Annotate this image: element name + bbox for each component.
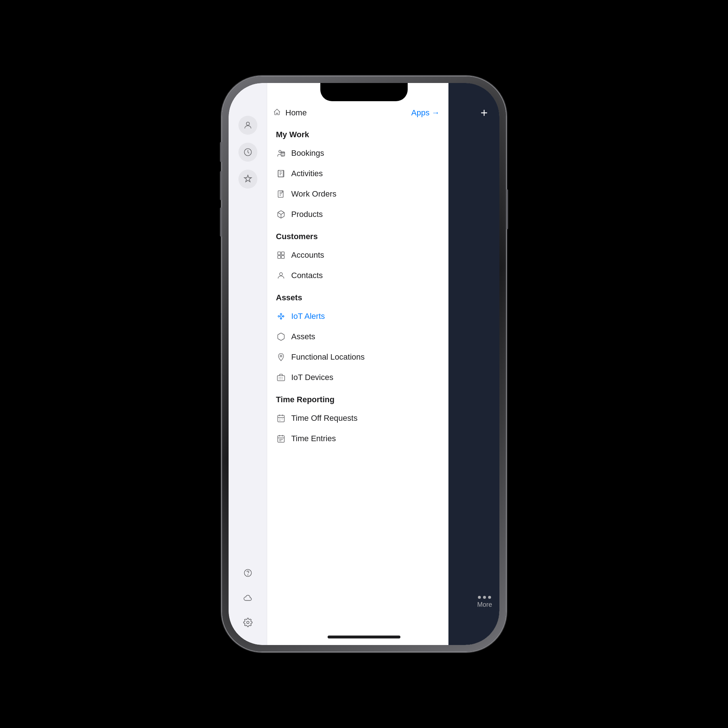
nav-item-activities[interactable]: Activities [267,164,448,184]
nav-item-accounts[interactable]: Accounts [267,245,448,265]
nav-item-iot-alerts[interactable]: IoT Alerts [267,306,448,327]
svg-point-4 [246,621,249,624]
svg-point-17 [278,316,280,317]
functional-locations-icon [276,352,286,362]
iot-devices-icon [276,372,286,382]
notch [320,83,408,101]
svg-point-6 [283,153,283,153]
settings-icon[interactable] [239,613,257,632]
silent-switch [220,142,222,162]
functional-locations-label: Functional Locations [291,352,365,362]
home-row[interactable]: Home Apps → [267,103,448,123]
svg-point-0 [246,122,249,125]
contacts-label: Contacts [291,271,323,280]
home-indicator[interactable] [327,636,401,638]
sidebar [229,83,267,645]
nav-item-time-entries[interactable]: Time Entries [267,428,448,449]
section-customers: Customers [267,225,448,245]
svg-point-18 [280,314,282,315]
svg-rect-13 [281,252,284,255]
iot-alerts-icon [276,311,286,321]
volume-down-button [220,208,222,237]
svg-point-8 [281,153,282,153]
contacts-icon [276,271,286,281]
svg-point-5 [279,150,281,153]
activities-icon [276,168,286,179]
svg-rect-14 [278,255,281,258]
nav-content: Home Apps → My Work Bookings Acti [267,83,448,645]
home-label: Home [285,108,307,118]
work-orders-label: Work Orders [291,189,336,199]
bookings-label: Bookings [291,148,324,158]
assets-label: Assets [291,332,315,341]
products-label: Products [291,210,323,219]
nav-item-products[interactable]: Products [267,204,448,225]
right-panel [448,83,499,645]
dot-3 [488,596,491,599]
svg-rect-12 [278,252,281,255]
svg-point-3 [248,575,248,575]
bookings-icon [276,148,286,158]
activities-label: Activities [291,169,323,178]
home-icon [273,108,281,118]
svg-rect-10 [278,170,283,177]
iot-devices-label: IoT Devices [291,373,333,382]
svg-rect-15 [281,255,284,258]
apps-link[interactable]: Apps → [411,108,440,118]
nav-item-contacts[interactable]: Contacts [267,265,448,286]
phone-wrapper: Home Apps → My Work Bookings Acti [222,76,506,652]
nav-item-bookings[interactable]: Bookings [267,143,448,164]
phone-screen: Home Apps → My Work Bookings Acti [229,83,499,645]
power-button [506,189,508,229]
time-off-icon [276,413,286,423]
time-entries-icon [276,434,286,444]
more-area: More [477,596,492,609]
pin-icon[interactable] [239,170,257,188]
section-my-work: My Work [267,123,448,143]
nav-item-iot-devices[interactable]: IoT Devices [267,367,448,388]
svg-rect-22 [277,376,284,381]
help-icon[interactable] [239,563,257,583]
volume-up-button [220,171,222,200]
dot-2 [483,596,486,599]
dot-1 [478,596,481,599]
iot-alerts-label: IoT Alerts [291,312,325,321]
home-left: Home [273,108,307,118]
more-label[interactable]: More [477,601,492,609]
add-button[interactable] [476,105,492,121]
section-assets: Assets [267,286,448,306]
section-time-reporting: Time Reporting [267,388,448,408]
svg-point-21 [280,355,282,357]
dots-row [478,596,491,599]
assets-icon [276,332,286,342]
work-orders-icon [276,189,286,199]
nav-item-work-orders[interactable]: Work Orders [267,184,448,204]
nav-item-time-off-requests[interactable]: Time Off Requests [267,408,448,428]
time-off-requests-label: Time Off Requests [291,413,358,423]
time-entries-label: Time Entries [291,434,336,444]
products-icon [276,209,286,219]
svg-point-16 [280,273,283,275]
svg-rect-24 [278,436,284,442]
clock-icon[interactable] [239,143,257,162]
accounts-label: Accounts [291,251,324,260]
profile-icon[interactable] [239,116,257,135]
nav-item-assets[interactable]: Assets [267,327,448,347]
accounts-icon [276,250,286,260]
svg-point-7 [284,153,284,153]
nav-item-functional-locations[interactable]: Functional Locations [267,347,448,367]
svg-rect-23 [278,415,284,422]
cloud-icon[interactable] [239,588,257,607]
screen-content: Home Apps → My Work Bookings Acti [229,83,499,645]
